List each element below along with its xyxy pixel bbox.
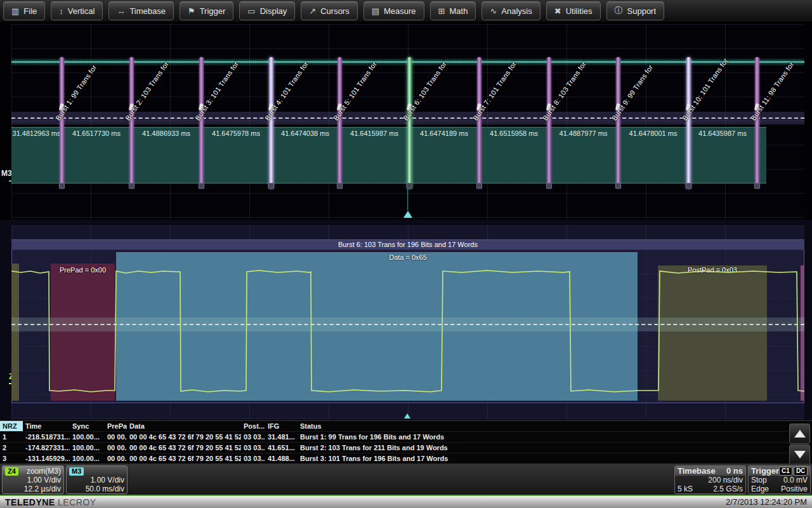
vertical-icon: ↕ — [59, 6, 63, 16]
m3-tdiv: 50.0 ms/div — [86, 485, 124, 493]
trigger-kind: Edge — [751, 485, 769, 493]
burst-bar — [269, 57, 273, 189]
menu-support[interactable]: ⓘSupport — [606, 1, 665, 20]
math-icon: ⊞ — [438, 6, 445, 16]
burst-bar-cap — [129, 183, 134, 189]
z4-graph-area: Z4 Burst 6: 103 Trans for 196 Bits and 1… — [0, 220, 812, 420]
scroll-down-button[interactable] — [789, 444, 810, 465]
burst-bar — [337, 57, 342, 189]
m3-descriptor-box[interactable]: M3 1.00 V/div 50.0 ms/div — [66, 465, 128, 494]
z4-plot[interactable]: Burst 6: 103 Trans for 196 Bits and 17 W… — [11, 225, 804, 419]
burst-bar — [199, 57, 204, 189]
burst-bar — [547, 57, 551, 189]
burst-bar-cap — [686, 183, 691, 189]
file-icon: ▥ — [11, 6, 19, 16]
column-header-prepad[interactable]: PrePad — [105, 421, 127, 431]
column-header-time[interactable]: Time — [23, 421, 70, 431]
trigger-icon: ⚑ — [188, 6, 195, 16]
trigger-slope: Positive — [781, 485, 808, 493]
menu-measure[interactable]: ▤Measure — [363, 1, 424, 20]
status-bar: Z4zoom(M3) 1.00 V/div 12.2 µs/div M3 1.0… — [0, 464, 812, 496]
trigger-position-line — [407, 189, 408, 210]
burst-bar-cap — [59, 183, 65, 189]
burst-bar-cap — [337, 183, 343, 189]
m3-channel-label: M3 — [1, 169, 12, 178]
timebase-title: Timebase — [678, 466, 716, 476]
timebase-rate: 2.5 GS/s — [713, 485, 743, 493]
ifg-time: 41.6478001 ms — [618, 130, 688, 138]
z4-title: zoom(M3) — [27, 467, 61, 476]
m3-badge: M3 — [69, 467, 84, 476]
burst-bar — [60, 57, 64, 189]
menu-file[interactable]: ▥File — [3, 1, 45, 20]
burst-bar — [755, 57, 759, 189]
table-header-row: NRZ Time Sync PrePad Data Post... IFG St… — [0, 421, 788, 432]
ifg-time: 41.6435987 ms — [688, 130, 757, 138]
menu-cursors[interactable]: ↗Cursors — [301, 1, 357, 20]
trigger-level: 0.0 mV — [783, 476, 808, 485]
menu-display[interactable]: ▭Display — [239, 1, 295, 20]
trigger-panel[interactable]: Trigger C1 DC Stop0.0 mV EdgePositive — [748, 465, 811, 494]
z4-descriptor-box[interactable]: Z4zoom(M3) 1.00 V/div 12.2 µs/div — [2, 465, 64, 494]
decode-table: NRZ Time Sync PrePad Data Post... IFG St… — [0, 420, 812, 464]
ifg-time: 41.6475978 ms — [201, 130, 271, 138]
ifg-time: 41.6515958 ms — [479, 130, 549, 138]
z4-vdiv: 1.00 V/div — [27, 476, 61, 485]
column-header-data[interactable]: Data — [127, 421, 241, 431]
ifg-time: 41.6415987 ms — [339, 130, 409, 138]
table-row[interactable]: 2 -174.827331... 100.00... 00 00... 00 0… — [0, 443, 788, 453]
burst-bar-cap — [268, 183, 274, 189]
timebase-tdiv: 200 ns/div — [708, 476, 743, 485]
z4-tdiv: 12.2 µs/div — [24, 485, 61, 493]
table-row[interactable]: 3 -131.145929... 100.00... 00 00... 00 0… — [0, 453, 788, 464]
trigger-source-badge: C1 — [779, 467, 792, 476]
arrow-up-icon — [794, 430, 806, 438]
table-row[interactable]: 1 -218.518731... 100.00... 00 00... 00 0… — [0, 432, 788, 443]
column-header-sync[interactable]: Sync — [70, 421, 105, 431]
menu-vertical[interactable]: ↕Vertical — [51, 1, 103, 20]
menu-timebase[interactable]: ↔Timebase — [108, 1, 174, 20]
display-icon: ▭ — [247, 6, 255, 16]
burst-bar-cap — [546, 183, 552, 189]
column-header-nrz[interactable]: NRZ — [0, 421, 23, 431]
ifg-time: 41.4887977 ms — [549, 130, 618, 138]
measure-icon: ▤ — [372, 6, 379, 16]
menu-math[interactable]: ⊞Math — [430, 1, 476, 20]
menu-trigger[interactable]: ⚑Trigger — [180, 1, 233, 20]
scroll-up-button[interactable] — [789, 424, 810, 444]
m3-graph-area: M3 31.4812963 ms 41.6517730 ms 41.488693… — [0, 23, 812, 220]
ifg-time: 41.6474038 ms — [271, 130, 339, 138]
support-icon: ⓘ — [615, 5, 623, 17]
brand-logo: TELEDYNE LECROY — [5, 497, 96, 507]
timebase-icon: ↔ — [117, 6, 125, 16]
cursors-icon: ↗ — [309, 6, 316, 16]
burst-bar-selected — [407, 57, 412, 189]
footer-bar: TELEDYNE LECROY 2/7/2013 12:24:20 PM — [0, 496, 812, 508]
column-header-ifg[interactable]: IFG — [265, 421, 298, 431]
z4-badge: Z4 — [5, 467, 18, 476]
burst-bar-cap — [199, 183, 204, 189]
menu-analysis[interactable]: ∿Analysis — [481, 1, 540, 20]
burst-bar — [686, 57, 691, 189]
column-header-status[interactable]: Status — [298, 421, 788, 431]
timebase-panel[interactable]: Timebase0 ns 200 ns/div 5 kS2.5 GS/s — [674, 465, 746, 494]
burst-bar — [477, 57, 481, 189]
zoom-center-marker-icon — [404, 413, 410, 418]
ifg-time: 31.4812963 ms — [11, 130, 62, 138]
burst-bar — [129, 57, 134, 189]
timebase-samples: 5 kS — [678, 485, 693, 493]
burst-bar-cap — [407, 183, 412, 189]
menu-utilities[interactable]: ✖Utilities — [546, 1, 601, 20]
m3-vdiv: 1.00 V/div — [91, 476, 124, 485]
menu-bar: ▥File ↕Vertical ↔Timebase ⚑Trigger ▭Disp… — [0, 0, 812, 22]
timebase-offset: 0 ns — [726, 466, 743, 476]
burst-bar-cap — [615, 183, 621, 189]
m3-plot[interactable]: 31.4812963 ms 41.6517730 ms 41.4886933 m… — [11, 24, 804, 219]
column-header-postpad[interactable]: Post... — [241, 421, 265, 431]
ifg-time: 41.4886933 ms — [131, 130, 201, 138]
trigger-title: Trigger — [751, 466, 779, 476]
z4-waveform — [11, 225, 804, 419]
burst-bar-cap — [754, 183, 760, 189]
ifg-time: 41.6474189 ms — [409, 130, 479, 138]
burst-bar-cap — [476, 183, 482, 189]
